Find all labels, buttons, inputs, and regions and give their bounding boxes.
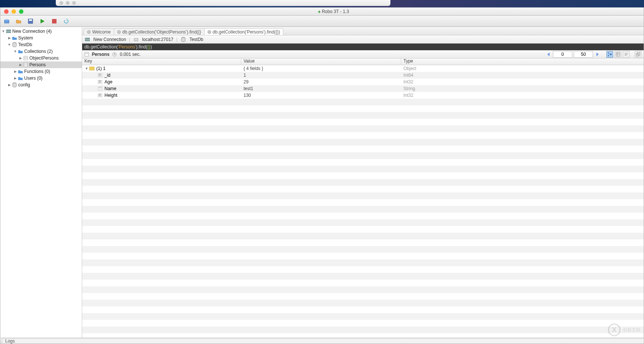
collection-icon (23, 56, 29, 60)
server-icon (84, 37, 90, 42)
breadcrumb-connection[interactable]: New Connection (93, 37, 126, 42)
svg-rect-25 (616, 52, 620, 56)
row-value: test1 (241, 86, 401, 91)
database-icon (12, 42, 17, 47)
twisty-icon[interactable]: ▼ (7, 43, 12, 47)
tree-label: New Connection (4) (12, 29, 52, 34)
row-key: Age (104, 79, 112, 85)
result-collection-name: Persons (92, 52, 109, 57)
collection-icon (23, 63, 29, 67)
row-type: Int32 (401, 93, 644, 98)
svg-rect-11 (24, 63, 28, 67)
number-icon: # (97, 80, 103, 84)
folder-icon (17, 49, 23, 54)
result-row[interactable]: ▼ (1) 1 { 4 fields } Object (82, 65, 644, 72)
page-prev-button[interactable] (545, 51, 551, 57)
tree-db-system[interactable]: ▶ System (0, 35, 82, 41)
row-type: Int64 (401, 73, 644, 78)
tree-db-config[interactable]: ▶ config (0, 82, 82, 88)
tab-persons-query[interactable]: × db.getCollection('Persons').find({}) (204, 28, 283, 35)
column-header-key[interactable]: Key (82, 58, 241, 65)
stop-button[interactable] (51, 18, 58, 25)
tab-close-icon[interactable]: × (207, 30, 211, 34)
tab-close-icon[interactable]: × (117, 30, 121, 34)
tree-label: Functions (0) (24, 69, 50, 74)
tree-collection-persons[interactable]: ▶ Persons (0, 61, 82, 68)
tree-label: config (18, 82, 30, 87)
logs-tab[interactable]: Logs (2, 338, 644, 343)
folder-icon (17, 76, 23, 80)
tree-collections[interactable]: ▼ Collections (2) (0, 48, 82, 55)
tab-objectpersons-query[interactable]: × db.getCollection('ObjectPersons').find… (114, 28, 205, 35)
twisty-icon[interactable]: ▶ (13, 76, 17, 80)
refresh-button[interactable] (63, 18, 70, 25)
row-type: String (401, 86, 644, 91)
connection-tree: ▼ New Connection (4) ▶ System ▼ TestDb ▼… (0, 27, 82, 338)
svg-text:"": "" (99, 87, 102, 90)
page-skip-input[interactable] (553, 51, 572, 58)
collection-icon (84, 52, 89, 57)
window-zoom-button[interactable] (19, 9, 23, 14)
row-key: Name (104, 86, 116, 91)
row-key: (1) 1 (96, 66, 106, 71)
twisty-icon[interactable]: ▶ (7, 83, 12, 87)
host-icon (133, 37, 139, 42)
tree-users[interactable]: ▶ Users (0) (0, 75, 82, 82)
svg-rect-23 (608, 55, 609, 56)
result-row[interactable]: # Age 29 Int32 (82, 79, 644, 85)
save-button[interactable] (27, 18, 34, 25)
open-folder-button[interactable] (15, 18, 22, 25)
tab-close-icon[interactable]: × (87, 30, 91, 34)
page-limit-input[interactable] (574, 51, 593, 58)
tree-db-testdb[interactable]: ▼ TestDb (0, 41, 82, 48)
tree-functions[interactable]: ▶ Functions (0) (0, 68, 82, 75)
row-type: Object (401, 66, 644, 71)
svg-rect-24 (610, 54, 612, 55)
column-header-type[interactable]: Type (401, 58, 644, 65)
breadcrumb-db[interactable]: TestDb (189, 37, 203, 42)
result-grid[interactable]: ▼ (1) 1 { 4 fields } Object # _id 1 Int6… (82, 65, 644, 338)
view-table-button[interactable] (615, 51, 621, 58)
run-button[interactable] (39, 18, 46, 25)
twisty-icon[interactable]: ▼ (1, 29, 6, 33)
tab-welcome[interactable]: × Welcome (84, 28, 114, 35)
row-key: Height (104, 93, 117, 98)
twisty-icon[interactable]: ▼ (13, 50, 17, 53)
svg-rect-4 (52, 19, 57, 23)
folder-icon (17, 69, 23, 74)
row-twisty-icon[interactable]: ▼ (84, 67, 89, 70)
result-row[interactable]: "" Name test1 String (82, 85, 644, 92)
row-key: _id (104, 73, 110, 78)
result-header: Key Value Type (82, 58, 644, 65)
tree-collection-objectpersons[interactable]: ▶ ObjectPersons (0, 55, 82, 61)
twisty-icon[interactable]: ▶ (18, 56, 23, 60)
query-editor[interactable]: db.getCollection('Persons').find({}) (82, 44, 644, 50)
tree-connection[interactable]: ▼ New Connection (4) (0, 28, 82, 35)
svg-rect-22 (608, 52, 609, 54)
twisty-icon[interactable]: ▶ (7, 36, 12, 40)
app-icon: ♠ (318, 9, 320, 14)
result-row[interactable]: # Height 130 Int32 (82, 92, 644, 99)
column-header-value[interactable]: Value (241, 58, 401, 65)
twisty-icon[interactable]: ▶ (13, 70, 17, 73)
svg-rect-8 (24, 56, 28, 60)
titlebar: ♠ Robo 3T - 1.3 (0, 7, 644, 16)
svg-rect-19 (85, 52, 88, 56)
view-tree-button[interactable] (606, 51, 613, 58)
tree-label: TestDb (18, 42, 32, 47)
view-text-button[interactable] (623, 51, 629, 58)
database-icon (12, 82, 17, 87)
svg-rect-17 (134, 38, 138, 41)
svg-rect-16 (85, 40, 90, 41)
tree-label: Persons (29, 62, 46, 67)
tree-label: System (18, 35, 33, 41)
breadcrumb-host[interactable]: localhost:27017 (142, 37, 173, 42)
expand-popout-button[interactable] (635, 51, 641, 58)
page-next-button[interactable] (595, 51, 600, 57)
object-icon (89, 67, 95, 70)
window-close-button[interactable] (4, 9, 9, 14)
twisty-icon[interactable]: ▶ (18, 63, 23, 67)
connect-button[interactable] (3, 18, 10, 25)
result-row[interactable]: # _id 1 Int64 (82, 72, 644, 79)
window-minimize-button[interactable] (12, 9, 16, 14)
